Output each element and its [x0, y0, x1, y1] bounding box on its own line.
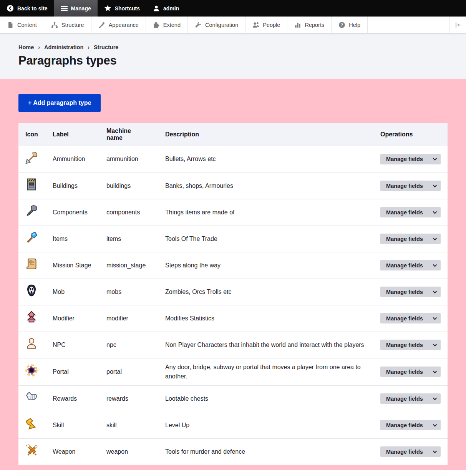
- shortcuts-tab[interactable]: Shortcuts: [98, 0, 146, 17]
- description: Banks, shops, Armouries: [165, 182, 233, 189]
- table-row: Rewards rewards Lootable chests Manage f…: [18, 385, 448, 412]
- table-row: Modifier modifier Modifies Statistics Ma…: [18, 305, 448, 332]
- chevron-down-icon: [432, 396, 438, 401]
- toolbar-tab-appearance[interactable]: Appearance: [91, 17, 146, 33]
- paragraph-type-label: Mob: [53, 289, 65, 295]
- toolbar-tab-extend[interactable]: Extend: [146, 17, 188, 33]
- toolbar-tab-help[interactable]: Help: [332, 17, 368, 33]
- manage-fields-button[interactable]: Manage fields: [380, 420, 429, 430]
- table-row: Skill skill Level Up Manage fields: [18, 412, 448, 438]
- manage-fields-button[interactable]: Manage fields: [380, 393, 429, 404]
- breadcrumb: Home › Administration › Structure: [18, 44, 448, 50]
- description: Non Player Characters that inhabit the w…: [165, 342, 364, 348]
- toolbar-tab-configuration[interactable]: Configuration: [188, 17, 245, 33]
- manage-fields-button[interactable]: Manage fields: [380, 367, 429, 377]
- breadcrumb-home[interactable]: Home: [18, 44, 34, 50]
- manage-fields-button[interactable]: Manage fields: [380, 154, 429, 164]
- buildings-icon: [25, 178, 38, 191]
- paragraph-type-label: Components: [53, 209, 88, 216]
- description: Tools Of The Trade: [165, 236, 217, 242]
- toolbar-tab-content[interactable]: Content: [0, 17, 44, 33]
- admin-bar: Back to site Manage Shortcuts admin: [0, 0, 466, 17]
- dropdown-toggle-button[interactable]: [429, 420, 441, 430]
- components-icon: [25, 205, 38, 217]
- table-header-row: IconLabelMachine nameDescriptionOperatio…: [18, 123, 448, 146]
- manage-fields-button[interactable]: Manage fields: [380, 340, 429, 350]
- manage-fields-button[interactable]: Manage fields: [380, 446, 429, 457]
- manage-fields-button[interactable]: Manage fields: [380, 207, 429, 217]
- admin-toolbar: Content Structure Appearance Extend Conf…: [0, 17, 466, 33]
- description: Lootable chests: [165, 395, 208, 402]
- admin-user-tab[interactable]: admin: [146, 0, 186, 17]
- toolbar-spacer: [368, 17, 449, 33]
- dropdown-toggle-button[interactable]: [429, 367, 441, 377]
- manage-fields-button[interactable]: Manage fields: [380, 287, 429, 297]
- dropdown-toggle-button[interactable]: [429, 340, 441, 350]
- star-icon: [104, 5, 111, 12]
- mission-stage-icon: [25, 258, 38, 270]
- manage-fields-dropbutton: Manage fields: [380, 393, 441, 404]
- paragraph-type-label: Modifier: [53, 315, 75, 322]
- toolbar-collapse-button[interactable]: [449, 17, 466, 33]
- paragraph-type-label: Portal: [53, 368, 69, 375]
- weapon-icon: [25, 444, 38, 456]
- paragraph-types-table: IconLabelMachine nameDescriptionOperatio…: [18, 123, 448, 465]
- dropdown-toggle-button[interactable]: [429, 287, 441, 297]
- machine-name: skill: [106, 422, 117, 428]
- toolbar-tabs: Content Structure Appearance Extend Conf…: [0, 17, 368, 33]
- machine-name: items: [106, 236, 121, 242]
- manage-fields-button[interactable]: Manage fields: [380, 260, 429, 270]
- paintbrush-icon: [98, 22, 105, 28]
- dropdown-toggle-button[interactable]: [429, 393, 441, 404]
- toolbar-tab-people[interactable]: People: [245, 17, 287, 33]
- manage-fields-button[interactable]: Manage fields: [380, 234, 429, 244]
- manage-fields-dropbutton: Manage fields: [380, 234, 441, 244]
- npc-icon: [25, 337, 38, 350]
- paragraph-type-label: Buildings: [53, 182, 78, 189]
- description: Tools for murder and defence: [165, 448, 245, 455]
- machine-name: mobs: [106, 289, 121, 295]
- modifier-icon: [25, 311, 38, 323]
- dropdown-toggle-button[interactable]: [429, 154, 441, 164]
- description: Level Up: [165, 422, 189, 428]
- dropdown-toggle-button[interactable]: [429, 313, 441, 323]
- chevron-down-icon: [432, 156, 438, 162]
- chevron-down-icon: [432, 263, 438, 268]
- toolbar-tab-structure[interactable]: Structure: [44, 17, 91, 33]
- page-title: Paragraphs types: [18, 54, 448, 68]
- manage-fields-dropbutton: Manage fields: [380, 340, 441, 350]
- chevron-down-icon: [432, 210, 438, 215]
- manage-fields-button[interactable]: Manage fields: [380, 313, 429, 323]
- column-header: Icon: [25, 131, 38, 138]
- main-content: + Add paragraph type IconLabelMachine na…: [0, 79, 466, 470]
- dropdown-toggle-button[interactable]: [429, 260, 441, 270]
- hamburger-icon: [61, 5, 68, 12]
- toolbar-tab-reports[interactable]: Reports: [287, 17, 332, 33]
- collapse-left-icon: [454, 21, 462, 29]
- page-header: Home › Administration › Structure Paragr…: [0, 33, 466, 79]
- breadcrumb-administration[interactable]: Administration: [44, 44, 83, 50]
- column-header: Machine name: [106, 128, 136, 141]
- paragraph-type-label: Mission Stage: [53, 262, 91, 269]
- sitemap-icon: [51, 22, 58, 28]
- machine-name: ammunition: [106, 156, 138, 162]
- dropdown-toggle-button[interactable]: [429, 207, 441, 217]
- manage-fields-dropbutton: Manage fields: [380, 420, 441, 430]
- description: Zombies, Orcs Trolls etc: [165, 289, 231, 295]
- description: Any door, bridge, subway or portal that …: [165, 364, 361, 380]
- breadcrumb-separator: ›: [88, 44, 90, 50]
- breadcrumb-structure[interactable]: Structure: [94, 44, 118, 50]
- add-paragraph-type-button[interactable]: + Add paragraph type: [18, 94, 101, 112]
- dropdown-toggle-button[interactable]: [429, 446, 441, 457]
- manage-fields-button[interactable]: Manage fields: [380, 181, 429, 191]
- table-body: Ammunition ammunition Bullets, Arrows et…: [18, 146, 448, 465]
- manage-tab[interactable]: Manage: [54, 0, 98, 17]
- paragraph-type-label: Items: [53, 236, 68, 242]
- manage-fields-dropbutton: Manage fields: [380, 154, 441, 164]
- manage-fields-dropbutton: Manage fields: [380, 446, 441, 457]
- manage-fields-dropbutton: Manage fields: [380, 367, 441, 377]
- dropdown-toggle-button[interactable]: [429, 234, 441, 244]
- chevron-down-icon: [432, 289, 438, 295]
- dropdown-toggle-button[interactable]: [429, 181, 441, 191]
- back-to-site-button[interactable]: Back to site: [0, 0, 54, 17]
